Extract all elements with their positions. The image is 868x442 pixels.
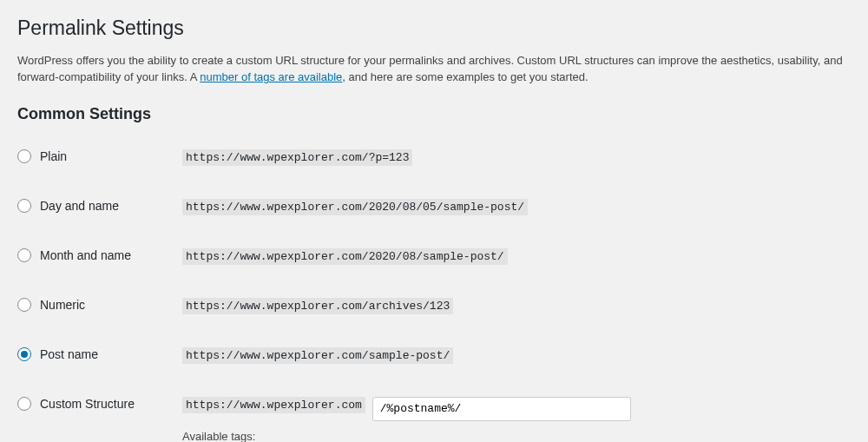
month-radio[interactable] xyxy=(17,248,31,262)
intro-post: , and here are some examples to get you … xyxy=(342,70,588,83)
custom-prefix: https://www.wpexplorer.com xyxy=(182,397,365,413)
plain-option[interactable]: Plain xyxy=(17,149,174,163)
custom-option[interactable]: Custom Structure xyxy=(17,397,174,411)
day-label: Day and name xyxy=(40,199,119,213)
month-option[interactable]: Month and name xyxy=(17,248,174,262)
page-title: Permalink Settings xyxy=(17,16,851,42)
intro-text: WordPress offers you the ability to crea… xyxy=(17,52,851,86)
numeric-radio[interactable] xyxy=(17,298,31,312)
postname-option[interactable]: Post name xyxy=(17,347,174,361)
numeric-option[interactable]: Numeric xyxy=(17,298,174,312)
postname-radio[interactable] xyxy=(17,347,31,361)
plain-radio[interactable] xyxy=(17,149,31,163)
postname-example: https://www.wpexplorer.com/sample-post/ xyxy=(182,347,453,364)
custom-label: Custom Structure xyxy=(40,397,135,411)
common-settings-heading: Common Settings xyxy=(17,105,851,123)
postname-label: Post name xyxy=(40,347,98,361)
available-tags-label: Available tags: xyxy=(182,430,851,442)
custom-structure-input[interactable] xyxy=(372,397,631,421)
month-label: Month and name xyxy=(40,248,131,262)
numeric-label: Numeric xyxy=(40,298,85,312)
plain-label: Plain xyxy=(40,149,67,163)
day-example: https://www.wpexplorer.com/2020/08/05/sa… xyxy=(182,199,528,215)
numeric-example: https://www.wpexplorer.com/archives/123 xyxy=(182,298,453,314)
permalink-options-table: Plain https://www.wpexplorer.com/?p=123 … xyxy=(17,139,851,442)
day-option[interactable]: Day and name xyxy=(17,199,174,213)
tags-available-link[interactable]: number of tags are available xyxy=(200,70,342,83)
day-radio[interactable] xyxy=(17,199,31,213)
plain-example: https://www.wpexplorer.com/?p=123 xyxy=(182,149,412,166)
custom-radio[interactable] xyxy=(17,397,31,411)
month-example: https://www.wpexplorer.com/2020/08/sampl… xyxy=(182,248,508,265)
